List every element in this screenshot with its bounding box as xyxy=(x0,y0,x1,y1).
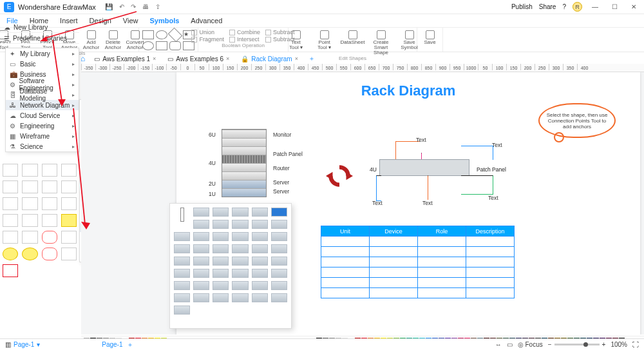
rack-shape-thumbnail[interactable] xyxy=(252,257,268,266)
print-icon[interactable]: 🖶 xyxy=(142,3,149,10)
shape-thumbnail[interactable] xyxy=(22,197,37,210)
add-page-button[interactable]: ＋ xyxy=(127,340,133,349)
rack-shape-thumbnail[interactable] xyxy=(174,232,190,241)
zoom-slider[interactable]: − + xyxy=(548,341,606,348)
rack-shape-thumbnail[interactable] xyxy=(271,269,287,278)
sync-arrows-icon[interactable] xyxy=(326,162,353,190)
rack-shape-thumbnail[interactable] xyxy=(213,257,229,266)
home-tab-icon[interactable]: ⌂ xyxy=(80,54,85,63)
rack-shape-thumbnail[interactable] xyxy=(271,281,287,290)
rack-shape-thumbnail[interactable] xyxy=(174,306,190,315)
rack-shape-thumbnail[interactable] xyxy=(213,244,229,253)
menu-item-view[interactable]: View xyxy=(123,17,138,24)
page-indicator-icon[interactable]: ▥ xyxy=(5,341,11,348)
rack-shape-thumbnail[interactable] xyxy=(252,281,268,290)
rack-shape-thumbnail[interactable] xyxy=(232,293,248,302)
rack-shape-thumbnail[interactable] xyxy=(232,269,248,278)
shape-thumbnail[interactable] xyxy=(42,231,57,244)
zoom-out-icon[interactable]: − xyxy=(548,341,552,348)
rack-shape-thumbnail[interactable] xyxy=(213,220,229,229)
share-link[interactable]: Share xyxy=(539,3,556,10)
shape-thumbnail[interactable] xyxy=(3,180,18,193)
connector[interactable] xyxy=(395,141,420,159)
shape-thumbnail[interactable] xyxy=(22,231,37,244)
publish-link[interactable]: Publish xyxy=(511,3,533,10)
rack-shape-thumbnail[interactable] xyxy=(232,208,248,217)
menu-item-advanced[interactable]: Advanced xyxy=(191,17,222,24)
rack-shape-thumbnail[interactable] xyxy=(213,293,229,302)
rack-shape-thumbnail[interactable] xyxy=(271,257,287,266)
connector[interactable] xyxy=(461,146,493,160)
rack-shape-thumbnail[interactable] xyxy=(174,281,190,290)
shape-thumbnail[interactable] xyxy=(3,231,18,244)
undo-icon[interactable]: ↶ xyxy=(119,3,124,10)
boolean-fragment[interactable]: Fragment xyxy=(191,36,224,43)
rack-shape-thumbnail[interactable] xyxy=(174,293,190,302)
text-button[interactable]: TextTool ▾ xyxy=(284,30,308,55)
shape-thumbnail[interactable] xyxy=(61,180,77,193)
rack-shape-thumbnail[interactable] xyxy=(252,208,268,217)
doc-tab[interactable]: 🔒 Rack Diagram × xyxy=(236,55,303,63)
shape-thumbnail[interactable] xyxy=(22,180,37,193)
rack-shape-thumbnail[interactable] xyxy=(193,208,209,217)
zoom-in-icon[interactable]: + xyxy=(602,341,606,348)
delete-anchor-button[interactable]: DeleteAnchor xyxy=(104,30,122,50)
rack-shape-thumbnail[interactable] xyxy=(252,220,268,229)
rack-shape-thumbnail[interactable] xyxy=(252,244,268,253)
point-button[interactable]: PointTool ▾ xyxy=(312,30,337,55)
rack-shape-thumbnail[interactable] xyxy=(252,293,268,302)
category-network-diagram[interactable]: 🖧Network Diagram▸ xyxy=(6,100,79,110)
shape-thumbnail[interactable] xyxy=(3,164,18,177)
rack-shape-thumbnail[interactable] xyxy=(252,269,268,278)
boolean-intersect[interactable]: Intersect xyxy=(229,36,260,43)
zoom-value[interactable]: 100% xyxy=(611,341,627,348)
rack-shape-thumbnail[interactable] xyxy=(193,232,209,241)
save-symbol-button[interactable]: Save xyxy=(421,30,439,45)
fit-page-icon[interactable]: ▭ xyxy=(507,341,513,348)
connector[interactable] xyxy=(461,175,493,195)
category-database-modeling[interactable]: 🗄Database Modeling▸ xyxy=(6,90,79,100)
fullscreen-icon[interactable]: ⛶ xyxy=(632,341,639,348)
rack-shape-thumbnail[interactable] xyxy=(271,293,287,302)
doc-tab[interactable]: ▭ Aws Examples 6 × xyxy=(162,55,234,63)
rack-shape-thumbnail[interactable] xyxy=(174,244,190,253)
category-science[interactable]: ⚗Science▸ xyxy=(6,141,79,151)
new-library-button[interactable]: ☁New Library xyxy=(0,22,79,33)
doc-tab[interactable]: ▭ Aws Examples 1 × xyxy=(89,55,161,63)
page-select[interactable]: Page-1 xyxy=(14,341,34,348)
rack-shape-thumbnail[interactable] xyxy=(232,244,248,253)
patch-panel-shape[interactable] xyxy=(379,159,469,176)
shape-thumbnail[interactable] xyxy=(22,214,37,227)
rack-shape-thumbnail[interactable] xyxy=(232,281,248,290)
close-button[interactable]: ✕ xyxy=(627,3,640,10)
rack-shape-thumbnail[interactable] xyxy=(213,208,229,217)
predefine-libraries-button[interactable]: ☰Predefine Libraries xyxy=(0,33,79,44)
help-icon[interactable]: ? xyxy=(562,3,566,10)
rack-shape-thumbnail[interactable] xyxy=(232,232,248,241)
rack-shape-thumbnail[interactable] xyxy=(213,232,229,241)
redo-icon[interactable]: ↷ xyxy=(131,3,136,10)
user-avatar[interactable]: R xyxy=(573,2,582,12)
category-engineering[interactable]: ⚙Engineering▸ xyxy=(6,121,79,131)
rack-shape-thumbnail[interactable] xyxy=(271,244,287,253)
shape-thumbnail[interactable] xyxy=(42,214,57,227)
datasheet-button[interactable]: DataSheet xyxy=(341,30,365,55)
create-smart-button[interactable]: Create SmartShape xyxy=(369,30,393,55)
connector[interactable] xyxy=(428,175,428,200)
close-tab-icon[interactable]: × xyxy=(153,55,156,62)
rack-shape-thumbnail[interactable] xyxy=(213,281,229,290)
boolean-union[interactable]: Union xyxy=(191,29,224,35)
rack-shape-thumbnail[interactable] xyxy=(193,269,209,278)
save-icon[interactable]: 💾 xyxy=(105,3,113,10)
rack-shape-thumbnail[interactable] xyxy=(193,293,209,302)
canvas[interactable]: Rack Diagram Select the shape, then use … xyxy=(81,72,644,335)
rack-shape-thumbnail[interactable] xyxy=(193,257,209,266)
shape-presets[interactable]: ★ xyxy=(137,29,200,52)
close-tab-icon[interactable]: × xyxy=(226,55,229,62)
shape-thumbnail[interactable] xyxy=(22,248,37,260)
shape-thumbnail[interactable] xyxy=(61,214,77,227)
shape-thumbnail[interactable] xyxy=(42,248,57,260)
shape-thumbnail[interactable] xyxy=(61,231,77,244)
rack-shape-thumbnail[interactable] xyxy=(174,257,190,266)
category-cloud-service[interactable]: ☁Cloud Service▸ xyxy=(6,110,79,121)
